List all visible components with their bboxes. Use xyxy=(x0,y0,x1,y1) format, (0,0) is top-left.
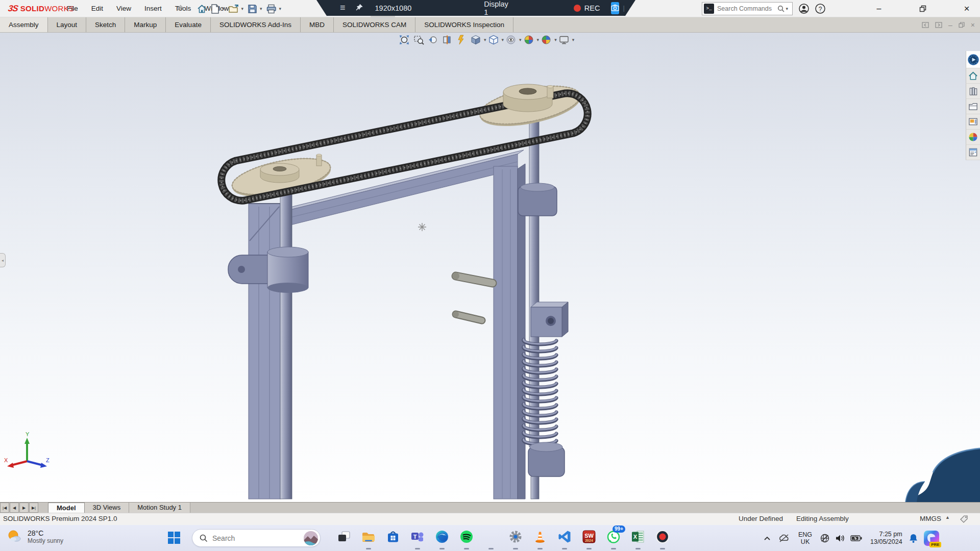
menu-file[interactable]: File xyxy=(60,0,85,17)
tag-icon[interactable] xyxy=(960,514,969,525)
help-icon[interactable]: ? xyxy=(814,3,826,15)
new-document-button[interactable] xyxy=(209,2,222,16)
menubar-pin-icon[interactable] xyxy=(176,4,184,14)
search-commands-input[interactable] xyxy=(717,5,777,12)
open-dropdown[interactable]: ▾ xyxy=(241,6,244,11)
motion-study-tab[interactable]: Motion Study 1 xyxy=(129,503,190,513)
left-sprocket-shaft[interactable] xyxy=(280,185,292,499)
previous-tab-button[interactable]: ◀ xyxy=(10,503,19,513)
doc-restore-icon[interactable] xyxy=(959,22,965,28)
onedrive-paused-icon[interactable] xyxy=(775,534,793,543)
featuremanager-collapse-tab[interactable]: ◂ xyxy=(0,253,6,267)
weather-widget[interactable]: 28°C Mostly sunny xyxy=(5,528,63,546)
user-account-icon[interactable] xyxy=(798,3,810,15)
hide-show-items-icon[interactable] xyxy=(504,33,518,46)
settings-button[interactable] xyxy=(503,528,528,550)
left-bearing-block[interactable] xyxy=(228,247,308,293)
blue-part-corner[interactable] xyxy=(905,448,980,502)
recorder-collapse-handle[interactable] xyxy=(371,16,395,19)
tab-solidworks-add-ins[interactable]: SOLIDWORKS Add-Ins xyxy=(211,17,301,32)
search-highlight-image[interactable] xyxy=(304,531,318,545)
vlc-button[interactable] xyxy=(528,528,552,550)
tab-layout[interactable]: Layout xyxy=(48,17,87,32)
3dexperience-tab[interactable] xyxy=(966,51,980,68)
solidworks-button[interactable]: SW 2024 xyxy=(577,528,601,550)
restore-button[interactable] xyxy=(917,3,929,15)
print-dropdown[interactable]: ▾ xyxy=(279,6,282,11)
start-button[interactable] xyxy=(167,531,181,547)
assembly-model[interactable] xyxy=(0,33,980,502)
tray-overflow-chevron-icon[interactable] xyxy=(760,535,775,541)
no-internet-icon[interactable] xyxy=(817,533,832,543)
print-button[interactable] xyxy=(264,2,279,16)
appearances-scenes-tab[interactable] xyxy=(966,130,980,145)
display-style-icon[interactable] xyxy=(486,33,501,46)
apply-scene-dropdown[interactable]: ▾ xyxy=(554,37,557,42)
file-explorer-button[interactable] xyxy=(356,528,381,550)
design-library-tab[interactable] xyxy=(966,84,980,99)
tab-sketch[interactable]: Sketch xyxy=(86,17,125,32)
save-dropdown[interactable]: ▾ xyxy=(260,6,262,11)
3d-views-tab[interactable]: 3D Views xyxy=(85,503,130,513)
view-orientation-dropdown[interactable]: ▾ xyxy=(484,37,486,42)
firefox-button[interactable] xyxy=(479,528,503,550)
tab-evaluate[interactable]: Evaluate xyxy=(166,17,211,32)
graphics-area[interactable]: ▾ ▾ ▾ ▾ ▾ ▾ xyxy=(0,33,980,502)
spotify-button[interactable] xyxy=(454,528,479,550)
menu-edit[interactable]: Edit xyxy=(85,0,110,17)
battery-charging-icon[interactable] xyxy=(848,534,865,542)
view-settings-icon[interactable] xyxy=(557,33,571,46)
minimize-button[interactable]: – xyxy=(873,3,885,15)
custom-properties-tab[interactable] xyxy=(966,145,980,160)
doc-close-icon[interactable]: × xyxy=(971,21,975,29)
model-tab[interactable]: Model xyxy=(48,503,85,513)
open-button[interactable] xyxy=(227,2,241,16)
menu-view[interactable]: View xyxy=(110,0,138,17)
last-tab-button[interactable]: ▶| xyxy=(29,503,38,513)
recorder-display-label[interactable]: Display 1 xyxy=(484,0,508,16)
excel-button[interactable]: X xyxy=(626,528,650,550)
notifications-bell-icon[interactable] xyxy=(906,533,921,543)
tab-markup[interactable]: Markup xyxy=(125,17,166,32)
recorder-pin-icon[interactable] xyxy=(355,4,363,13)
next-tab-button[interactable]: ▶ xyxy=(19,503,29,513)
screen-recorder-button[interactable] xyxy=(650,528,675,550)
next-document-icon[interactable] xyxy=(935,22,942,28)
lead-screw-shaft[interactable] xyxy=(529,110,539,447)
whatsapp-button[interactable]: 99+ xyxy=(601,528,626,550)
lead-screw-nut-block[interactable] xyxy=(531,302,568,337)
previous-document-icon[interactable] xyxy=(922,22,929,28)
units-selector[interactable]: MMGS xyxy=(920,515,941,522)
teams-button[interactable]: T xyxy=(405,528,430,550)
tab-solidworks-inspection[interactable]: SOLIDWORKS Inspection xyxy=(415,17,513,32)
compression-spring[interactable] xyxy=(524,339,556,444)
language-indicator[interactable]: ENG UK xyxy=(798,531,812,545)
volume-icon[interactable] xyxy=(832,534,848,543)
solidworks-resources-tab[interactable] xyxy=(966,68,980,84)
clock[interactable]: 7:25 pm 13/05/2024 xyxy=(870,531,902,546)
file-explorer-tab[interactable] xyxy=(966,99,980,114)
view-settings-dropdown[interactable]: ▾ xyxy=(572,37,575,42)
doc-minimize-icon[interactable]: – xyxy=(948,21,952,29)
save-button[interactable] xyxy=(246,2,259,16)
menu-insert[interactable]: Insert xyxy=(138,0,168,17)
view-palette-tab[interactable] xyxy=(966,114,980,130)
home-button[interactable] xyxy=(195,2,209,16)
edge-button[interactable] xyxy=(430,528,454,550)
screenshot-camera-button[interactable] xyxy=(611,2,619,14)
taskbar-search-box[interactable] xyxy=(192,529,321,547)
tab-solidworks-cam[interactable]: SOLIDWORKS CAM xyxy=(334,17,415,32)
upper-screw-bearing[interactable] xyxy=(518,183,557,216)
zoom-to-fit-icon[interactable] xyxy=(397,33,411,46)
lower-screw-bearing[interactable] xyxy=(528,442,565,499)
first-tab-button[interactable]: |◀ xyxy=(0,503,9,513)
previous-view-icon[interactable] xyxy=(426,33,440,46)
dynamic-annotation-icon[interactable] xyxy=(454,33,469,46)
search-icon[interactable] xyxy=(777,5,785,13)
new-document-dropdown[interactable]: ▾ xyxy=(222,6,225,11)
close-button[interactable]: × xyxy=(961,3,973,15)
handle-pins[interactable] xyxy=(452,272,493,320)
view-orientation-icon[interactable] xyxy=(469,33,483,46)
tab-assembly[interactable]: Assembly xyxy=(0,17,48,32)
tab-mbd[interactable]: MBD xyxy=(301,17,334,32)
